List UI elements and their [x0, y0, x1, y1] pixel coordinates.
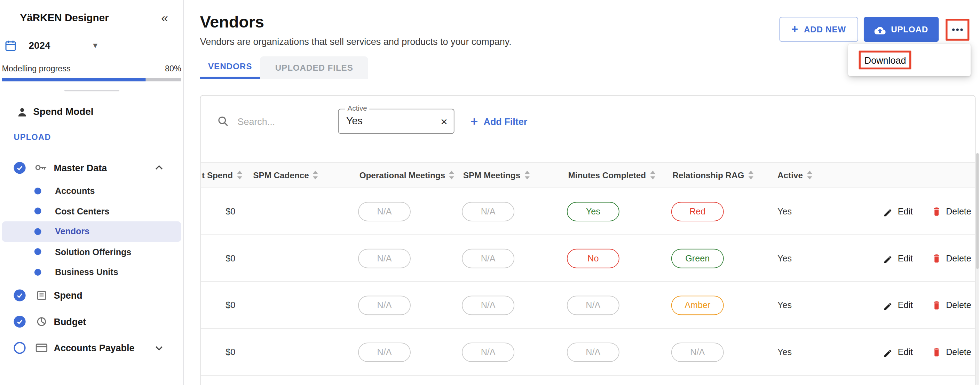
header-actions: + ADD NEW UPLOAD [780, 17, 968, 42]
spend-cell: $0 [200, 207, 251, 216]
status-badge: N/A [358, 248, 410, 268]
delete-button[interactable]: Delete [932, 207, 971, 216]
spend-icon [35, 290, 48, 301]
sidebar-section-spend[interactable]: Spend [0, 282, 183, 309]
sidebar-upload-link[interactable]: UPLOAD [0, 133, 183, 142]
tab-vendors[interactable]: VENDORS [200, 56, 260, 79]
sidebar-header: YäRKEN Designer « [0, 11, 183, 24]
credit-card-icon [35, 343, 48, 353]
edit-button[interactable]: Edit [883, 300, 913, 310]
status-badge: No [567, 248, 619, 268]
column-header-minutes-completed[interactable]: Minutes Completed [567, 170, 671, 180]
item-label: Cost Centers [55, 206, 109, 216]
column-header-active[interactable]: Active [776, 170, 839, 180]
sort-icon[interactable] [312, 170, 318, 179]
column-header-relationship-rag[interactable]: Relationship RAG [671, 170, 776, 180]
sidebar-item-business-units[interactable]: Business Units [2, 262, 181, 282]
delete-button[interactable]: Delete [932, 253, 971, 263]
sort-icon[interactable] [449, 170, 455, 179]
sidebar-item-cost-centers[interactable]: Cost Centers [2, 201, 181, 221]
section-label: Budget [54, 317, 86, 327]
sort-icon[interactable] [524, 170, 530, 179]
sidebar-item-accounts[interactable]: Accounts [2, 181, 181, 201]
column-header-spm-cadence[interactable]: SPM Cadence [252, 170, 358, 180]
progress-value: 80% [165, 64, 181, 73]
bullet-icon [35, 187, 41, 194]
item-label: Vendors [55, 227, 89, 237]
column-header-spend[interactable]: t Spend [200, 170, 251, 180]
row-actions: Edit Delete [839, 300, 975, 310]
sort-icon[interactable] [807, 170, 812, 179]
add-filter-button[interactable]: + Add Filter [467, 115, 531, 129]
status-badge: N/A [462, 202, 514, 221]
upload-button[interactable]: UPLOAD [864, 17, 939, 42]
operational-meetings-cell: N/A [358, 248, 462, 268]
sort-icon[interactable] [237, 170, 242, 179]
chevron-down-icon[interactable] [155, 345, 163, 350]
sort-icon[interactable] [748, 170, 753, 179]
row-actions: Edit Delete [839, 253, 975, 263]
clear-filter-icon[interactable]: × [441, 115, 447, 127]
status-badge: N/A [567, 296, 619, 315]
bullet-icon [35, 248, 41, 255]
sidebar-section-master-data[interactable]: Master Data [0, 154, 183, 181]
scrollbar-thumb[interactable] [976, 153, 978, 269]
relationship-rag-cell: Amber [671, 296, 776, 315]
collapse-sidebar-icon[interactable]: « [161, 11, 168, 24]
relationship-rag-cell: Red [671, 202, 776, 221]
add-new-button[interactable]: + ADD NEW [780, 17, 858, 42]
pencil-icon [883, 253, 892, 263]
edit-button[interactable]: Edit [883, 347, 913, 357]
column-header-operational-meetings[interactable]: Operational Meetings [358, 170, 462, 180]
edit-button[interactable]: Edit [883, 207, 913, 216]
master-data-children: Accounts Cost Centers Vendors Solution O… [0, 181, 183, 282]
sidebar-section-budget[interactable]: Budget [0, 309, 183, 334]
status-badge: N/A [358, 202, 410, 221]
sidebar-item-solution-offerings[interactable]: Solution Offerings [2, 242, 181, 262]
spend-cell: $0 [200, 300, 251, 310]
more-options-icon [952, 28, 963, 31]
sidebar: YäRKEN Designer « 2024 ▼ Modelling progr… [0, 0, 184, 385]
pencil-icon [883, 207, 892, 216]
app: YäRKEN Designer « 2024 ▼ Modelling progr… [0, 0, 980, 385]
checked-circle-icon [14, 290, 26, 301]
minutes-completed-cell: N/A [567, 342, 671, 362]
status-badge: N/A [462, 248, 514, 268]
minutes-completed-cell: Yes [567, 202, 671, 221]
sort-icon[interactable] [650, 170, 655, 179]
vendors-panel: Active Yes × + Add Filter t Spend SPM Ca… [200, 95, 976, 385]
sidebar-item-vendors[interactable]: Vendors [2, 221, 181, 242]
chevron-down-icon[interactable]: ▼ [92, 41, 99, 50]
minutes-completed-cell: N/A [567, 296, 671, 315]
delete-button[interactable]: Delete [932, 347, 971, 357]
active-filter-field[interactable]: Active Yes × [338, 108, 455, 134]
plus-icon: + [791, 24, 798, 35]
spm-meetings-cell: N/A [462, 248, 567, 268]
spend-cell: $0 [200, 347, 251, 357]
sidebar-nav: Master Data Accounts Cost Centers Vendor… [0, 154, 183, 361]
column-header-spm-meetings[interactable]: SPM Meetings [462, 170, 567, 180]
progress-label: Modelling progress [2, 64, 70, 73]
edit-button[interactable]: Edit [883, 253, 913, 263]
person-icon [17, 107, 27, 117]
table-row: $0 N/A N/A No Green Yes Edit Delete [200, 235, 975, 282]
more-options-menu: Download [848, 44, 970, 76]
checked-circle-icon [14, 162, 26, 173]
operational-meetings-cell: N/A [358, 202, 462, 221]
active-cell: Yes [776, 207, 839, 216]
delete-button[interactable]: Delete [932, 300, 971, 310]
search-input[interactable] [236, 115, 317, 127]
menu-item-download[interactable]: Download [864, 55, 906, 65]
spm-meetings-cell: N/A [462, 296, 567, 315]
more-options-button[interactable] [947, 21, 968, 38]
chevron-up-icon[interactable] [155, 165, 163, 170]
year-value: 2024 [29, 40, 51, 51]
relationship-rag-cell: Green [671, 248, 776, 268]
tab-uploaded-files[interactable]: UPLOADED FILES [260, 56, 368, 79]
sidebar-section-accounts-payable[interactable]: Accounts Payable [0, 335, 183, 361]
row-actions: Edit Delete [839, 347, 975, 357]
active-filter-value: Yes [346, 116, 441, 127]
year-selector[interactable]: 2024 ▼ [0, 40, 183, 51]
table-row: $0 N/A N/A N/A Amber Yes Edit Delete [200, 282, 975, 329]
operational-meetings-cell: N/A [358, 342, 462, 362]
